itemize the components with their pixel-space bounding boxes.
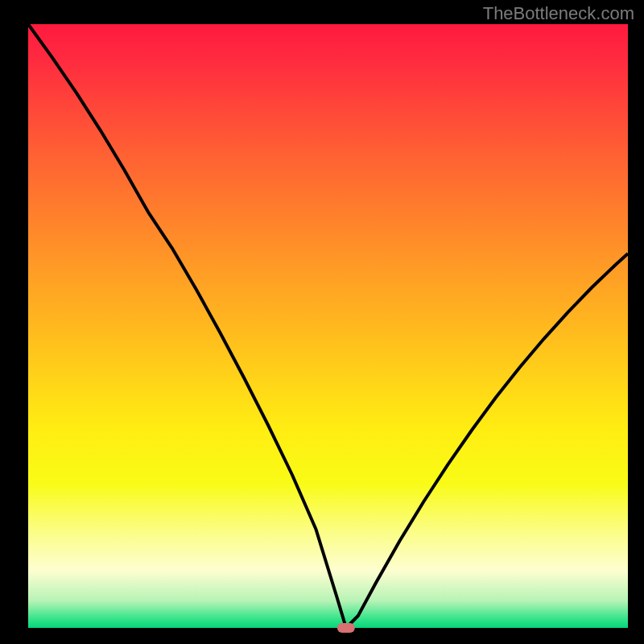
plot-area [28, 24, 628, 628]
optimum-marker [337, 623, 355, 633]
bottleneck-chart [0, 0, 644, 644]
chart-frame: TheBottleneck.com [0, 0, 644, 644]
watermark-text: TheBottleneck.com [483, 3, 634, 24]
